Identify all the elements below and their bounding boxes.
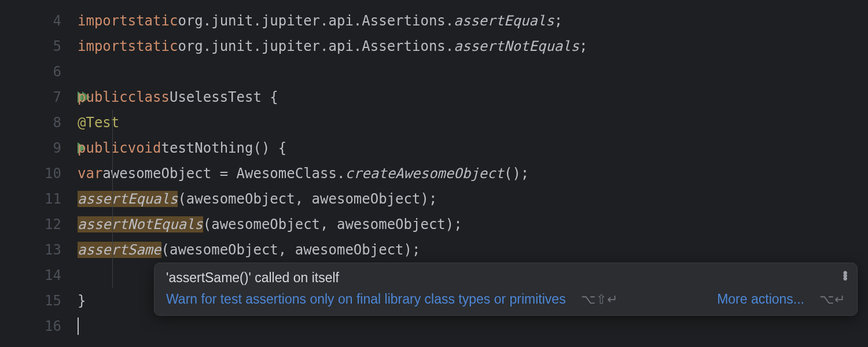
line-number: 7 <box>53 89 61 105</box>
line-number: 14 <box>45 267 61 283</box>
quick-fix-primary[interactable]: Warn for test assertions only on final l… <box>166 291 566 307</box>
kebab-icon[interactable]: ••• <box>843 269 848 278</box>
code-line[interactable]: import static org.junit.jupiter.api.Asse… <box>78 34 868 59</box>
line-number: 5 <box>53 38 61 54</box>
line-number: 13 <box>45 242 61 258</box>
shortcut-hint: ⌥↵ <box>819 292 845 307</box>
code-line[interactable]: assertSame(awesomeObject, awesomeObject)… <box>78 237 868 263</box>
code-line[interactable] <box>78 59 868 84</box>
code-line[interactable]: public class UselessTest { <box>78 84 868 110</box>
inspection-highlight: assertSame <box>78 242 161 258</box>
code-line[interactable]: @Test <box>78 110 868 135</box>
code-line[interactable]: import static org.junit.jupiter.api.Asse… <box>78 8 868 34</box>
line-number: 8 <box>53 115 61 131</box>
line-gutter: 4 5 6 7 8 9 10 11 12 13 14 15 16 <box>0 0 69 347</box>
inspection-title: 'assertSame()' called on itself <box>166 270 845 286</box>
line-number: 10 <box>45 165 61 182</box>
indent-guide <box>112 110 113 288</box>
line-number: 6 <box>53 64 61 80</box>
line-number: 12 <box>45 216 61 232</box>
code-editor[interactable]: 4 5 6 7 8 9 10 11 12 13 14 15 16 import … <box>0 0 868 347</box>
code-line[interactable]: assertNotEquals(awesomeObject, awesomeOb… <box>78 212 868 237</box>
shortcut-hint: ⌥⇧↵ <box>581 292 618 307</box>
code-line[interactable]: public void testNothing() { <box>78 135 868 161</box>
code-area[interactable]: import static org.junit.jupiter.api.Asse… <box>69 0 868 347</box>
inspection-popup[interactable]: ••• 'assertSame()' called on itself Warn… <box>154 263 858 316</box>
inspection-highlight: assertEquals <box>78 191 178 207</box>
caret <box>78 318 79 335</box>
code-line[interactable] <box>78 313 868 339</box>
line-number: 11 <box>45 191 61 207</box>
line-number: 16 <box>45 318 61 334</box>
code-line[interactable]: assertEquals(awesomeObject, awesomeObjec… <box>78 186 868 212</box>
line-number: 4 <box>53 13 61 29</box>
line-number: 15 <box>45 293 61 309</box>
more-actions-link[interactable]: More actions... <box>717 291 804 307</box>
inspection-highlight: assertNotEquals <box>78 216 203 232</box>
code-line[interactable]: var awesomeObject = AwesomeClass.createA… <box>78 161 868 186</box>
line-number: 9 <box>53 140 61 156</box>
